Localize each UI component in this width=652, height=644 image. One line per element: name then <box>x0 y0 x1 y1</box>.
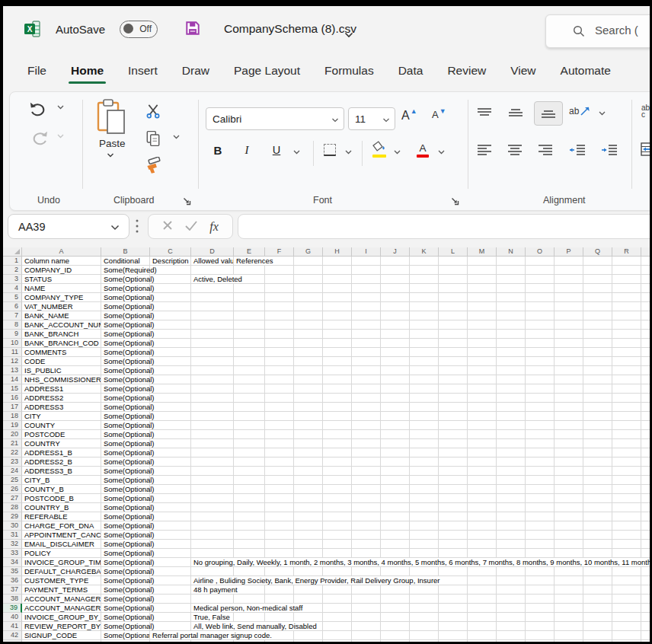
cell-Q26[interactable] <box>583 485 612 494</box>
cell-D10[interactable] <box>191 339 234 348</box>
cell-B36[interactable]: Some(Optional) <box>101 576 150 585</box>
cell-D5[interactable] <box>191 293 234 302</box>
paste-button[interactable] <box>95 98 127 136</box>
cell-Q10[interactable] <box>583 339 612 348</box>
cell-B14[interactable]: Some(Optional) <box>101 375 150 384</box>
cell-R36[interactable] <box>612 576 641 585</box>
cell-A41[interactable]: REVIEW_REPORT_BY_ <box>22 622 101 631</box>
cell-A32[interactable]: EMAIL_DISCLAIMER <box>22 540 101 549</box>
tab-data[interactable]: Data <box>398 61 424 81</box>
cell-M39[interactable] <box>468 604 497 613</box>
cell-F21[interactable] <box>265 439 294 448</box>
row-header-12[interactable]: 12 <box>3 357 22 366</box>
cell-E22[interactable] <box>234 448 265 457</box>
cell-E7[interactable] <box>234 311 265 320</box>
cell-E24[interactable] <box>234 467 265 476</box>
cell-F30[interactable] <box>265 521 294 531</box>
undo-button[interactable] <box>30 101 48 116</box>
cell-partial-26[interactable] <box>641 485 650 494</box>
cell-A10[interactable]: BANK_BRANCH_COD <box>22 339 101 348</box>
cell-B22[interactable]: Some(Optional) <box>101 448 150 457</box>
cell-K7[interactable] <box>410 311 439 320</box>
cell-C20[interactable] <box>150 430 191 439</box>
cell-A2[interactable]: COMPANY_ID <box>22 266 101 275</box>
cell-D27[interactable] <box>191 494 234 503</box>
cell-D22[interactable] <box>191 448 234 457</box>
font-name-select[interactable]: Calibri <box>206 107 344 130</box>
bottom-align-button-selected[interactable] <box>534 101 563 126</box>
cell-O17[interactable] <box>526 403 555 412</box>
cell-K8[interactable] <box>410 320 439 330</box>
cell-M30[interactable] <box>468 521 497 531</box>
title-chevron-down-icon[interactable] <box>344 27 353 41</box>
column-header-J[interactable]: J <box>381 247 410 257</box>
cell-N17[interactable] <box>497 403 526 412</box>
cell-D25[interactable] <box>191 476 234 485</box>
cell-C24[interactable] <box>150 467 191 476</box>
cell-partial-27[interactable] <box>641 494 650 503</box>
cell-F11[interactable] <box>265 348 294 357</box>
cell-D14[interactable] <box>191 375 234 384</box>
cell-D6[interactable] <box>191 302 234 311</box>
cell-A11[interactable]: COMMENTS <box>22 348 101 357</box>
cell-I38[interactable] <box>352 595 381 604</box>
cell-F10[interactable] <box>265 339 294 348</box>
cell-F17[interactable] <box>265 403 294 412</box>
cell-O3[interactable] <box>526 275 555 284</box>
cell-P8[interactable] <box>555 320 583 330</box>
cell-R1[interactable] <box>612 257 641 266</box>
cell-G27[interactable] <box>294 494 323 503</box>
row-header-17[interactable]: 17 <box>3 403 22 412</box>
cell-A35[interactable]: DEFAULT_CHARGEBA <box>22 567 101 576</box>
cell-partial-9[interactable] <box>641 330 650 339</box>
cell-M11[interactable] <box>468 348 497 357</box>
cell-Q14[interactable] <box>583 375 612 384</box>
cell-H10[interactable] <box>323 339 352 348</box>
cell-P9[interactable] <box>555 330 583 339</box>
cell-O41[interactable] <box>526 622 555 631</box>
cell-L12[interactable] <box>439 357 468 366</box>
cell-K41[interactable] <box>410 622 439 631</box>
cell-Q22[interactable] <box>583 448 612 457</box>
cell-D8[interactable] <box>191 320 234 330</box>
cell-I28[interactable] <box>352 503 381 512</box>
cell-C28[interactable] <box>150 503 191 512</box>
cell-C38[interactable] <box>150 595 191 604</box>
cell-J2[interactable] <box>381 266 410 275</box>
cell-O22[interactable] <box>526 448 555 457</box>
cell-R6[interactable] <box>612 302 641 311</box>
cell-B21[interactable]: Some(Optional) <box>101 439 150 448</box>
cell-M15[interactable] <box>468 384 497 394</box>
row-header-42[interactable]: 42 <box>3 631 22 640</box>
cell-D17[interactable] <box>191 403 234 412</box>
cell-P5[interactable] <box>555 293 583 302</box>
cell-L7[interactable] <box>439 311 468 320</box>
cell-B13[interactable]: Some(Optional) <box>101 366 150 375</box>
cell-M10[interactable] <box>468 339 497 348</box>
cell-K26[interactable] <box>410 485 439 494</box>
cell-E1[interactable]: References <box>234 257 265 266</box>
cell-P19[interactable] <box>555 421 583 430</box>
row-header-14[interactable]: 14 <box>3 375 22 384</box>
cell-L29[interactable] <box>439 512 468 521</box>
cell-N20[interactable] <box>497 430 526 439</box>
cell-Q30[interactable] <box>583 521 612 531</box>
cell-Q5[interactable] <box>583 293 612 302</box>
cell-O42[interactable] <box>526 631 555 640</box>
cell-partial-12[interactable] <box>641 357 650 366</box>
column-header-N[interactable]: N <box>497 247 526 257</box>
cell-C32[interactable] <box>150 540 191 549</box>
cell-E30[interactable] <box>234 521 265 531</box>
cell-P17[interactable] <box>555 403 583 412</box>
cell-F33[interactable] <box>265 549 294 558</box>
cell-O25[interactable] <box>526 476 555 485</box>
cell-Q8[interactable] <box>583 320 612 330</box>
column-header-H[interactable]: H <box>323 247 352 257</box>
cell-B2[interactable]: Some(Required) <box>101 266 150 275</box>
cell-L14[interactable] <box>439 375 468 384</box>
cell-P39[interactable] <box>555 604 583 613</box>
cell-G12[interactable] <box>294 357 323 366</box>
cell-partial-5[interactable] <box>641 293 650 302</box>
autosave-toggle[interactable]: Off <box>120 21 158 38</box>
cell-G35[interactable] <box>294 567 323 576</box>
